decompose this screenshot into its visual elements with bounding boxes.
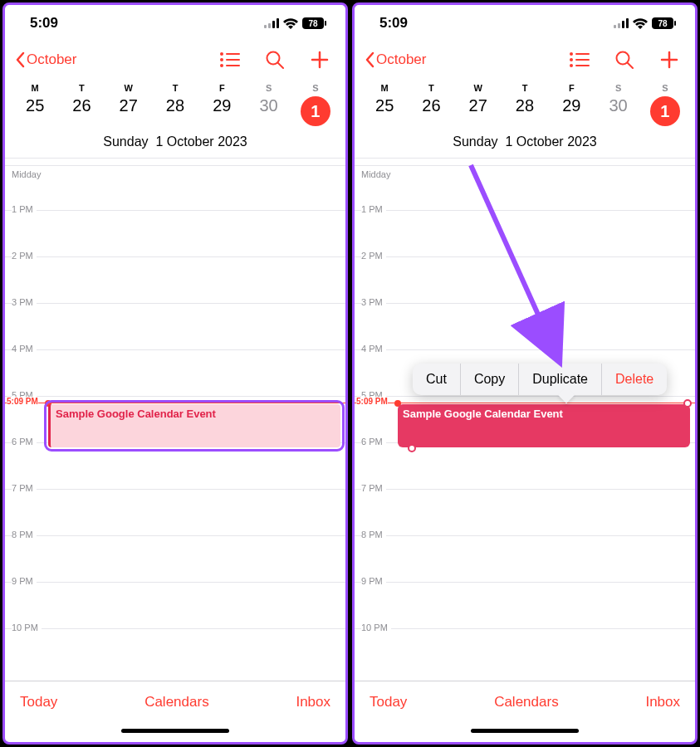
day-of-week-label: S xyxy=(245,83,291,93)
context-menu-delete[interactable]: Delete xyxy=(602,364,667,395)
date-cell[interactable]: 27 xyxy=(105,96,152,126)
home-indicator[interactable] xyxy=(355,722,695,742)
event-resize-handle-top[interactable] xyxy=(683,399,692,408)
day-of-week-label: W xyxy=(105,83,152,93)
svg-rect-0 xyxy=(264,25,267,28)
chevron-left-icon xyxy=(365,51,374,68)
phone-screenshot-left: 5:09 78 October xyxy=(2,2,348,745)
svg-point-30 xyxy=(617,52,629,65)
date-cell[interactable]: 26 xyxy=(58,96,105,126)
calendar-event-selected[interactable]: Sample Google Calendar Event xyxy=(398,404,690,447)
date-cell[interactable]: 1 xyxy=(292,96,339,126)
svg-rect-5 xyxy=(325,21,326,26)
full-date-label: Sunday 1 October 2023 xyxy=(5,131,345,158)
event-title: Sample Google Calendar Event xyxy=(403,408,563,420)
current-time-indicator: 5:09 PM xyxy=(5,403,345,403)
add-event-icon[interactable] xyxy=(658,49,680,71)
date-cell[interactable]: 26 xyxy=(408,96,454,126)
back-label: October xyxy=(27,51,76,68)
search-icon[interactable] xyxy=(264,49,286,71)
context-menu-duplicate[interactable]: Duplicate xyxy=(519,364,602,395)
svg-rect-25 xyxy=(575,53,590,55)
date-cell[interactable]: 29 xyxy=(198,96,245,126)
svg-point-28 xyxy=(570,64,573,67)
date-cell[interactable]: 25 xyxy=(361,96,408,126)
hour-row: 2 PM xyxy=(5,256,345,303)
week-day-header: MTWTFSS xyxy=(355,78,695,95)
context-menu: CutCopyDuplicateDelete xyxy=(413,364,667,395)
day-of-week-label: M xyxy=(361,83,408,93)
hour-label: Midday xyxy=(12,169,44,179)
nav-row: October xyxy=(5,42,345,78)
search-icon[interactable] xyxy=(614,49,635,71)
date-cell[interactable]: 28 xyxy=(152,96,198,126)
day-of-week-label: F xyxy=(198,83,245,93)
hour-row: 2 PM xyxy=(355,256,695,303)
svg-rect-22 xyxy=(674,21,676,26)
inbox-button[interactable]: Inbox xyxy=(296,694,330,710)
date-cell[interactable]: 25 xyxy=(12,96,58,126)
date-cell[interactable]: 1 xyxy=(642,96,688,126)
list-view-icon[interactable] xyxy=(219,49,241,71)
hour-row: 3 PM xyxy=(355,303,695,349)
week-date-row: 2526272829301 xyxy=(355,95,695,131)
hour-row: Midday xyxy=(355,165,695,212)
date-cell[interactable]: 30 xyxy=(595,96,641,126)
day-timeline[interactable]: 10 PM9 PM8 PM7 PM6 PM5 PM4 PM3 PM2 PM1 P… xyxy=(355,158,695,681)
svg-rect-1 xyxy=(268,23,271,28)
add-event-icon[interactable] xyxy=(309,49,330,71)
back-button[interactable]: October xyxy=(365,51,569,68)
back-label: October xyxy=(376,51,426,68)
svg-point-24 xyxy=(570,52,573,56)
day-of-week-label: T xyxy=(58,83,105,93)
wifi-icon xyxy=(633,18,648,29)
calendars-button[interactable]: Calendars xyxy=(494,694,559,710)
today-button[interactable]: Today xyxy=(20,694,57,710)
battery-icon: 78 xyxy=(302,17,327,29)
day-of-week-label: T xyxy=(502,83,548,93)
hour-row: 9 PM xyxy=(5,582,345,628)
svg-line-31 xyxy=(628,63,633,68)
status-time: 5:09 xyxy=(379,15,408,32)
svg-rect-29 xyxy=(575,65,590,66)
svg-rect-18 xyxy=(618,23,620,28)
date-cell[interactable]: 28 xyxy=(502,96,548,126)
context-menu-cut[interactable]: Cut xyxy=(413,364,461,395)
bottom-toolbar: Today Calendars Inbox xyxy=(5,681,345,722)
svg-line-14 xyxy=(278,63,283,68)
list-view-icon[interactable] xyxy=(569,49,590,71)
hour-row: 1 PM xyxy=(5,210,345,256)
day-timeline[interactable]: 10 PM9 PM8 PM7 PM6 PM5 PM4 PM3 PM2 PM1 P… xyxy=(5,158,345,681)
svg-rect-2 xyxy=(272,21,275,28)
today-button[interactable]: Today xyxy=(370,694,407,710)
hour-row: 7 PM xyxy=(5,489,345,535)
event-resize-handle-bottom[interactable] xyxy=(408,444,416,452)
home-indicator[interactable] xyxy=(5,722,345,742)
svg-rect-3 xyxy=(277,18,279,28)
svg-rect-19 xyxy=(622,21,624,28)
inbox-button[interactable]: Inbox xyxy=(645,694,680,710)
date-cell[interactable]: 29 xyxy=(548,96,595,126)
cellular-signal-icon xyxy=(264,18,279,28)
svg-rect-20 xyxy=(626,18,629,28)
date-cell[interactable]: 27 xyxy=(455,96,502,126)
hour-row: 7 PM xyxy=(355,489,695,535)
day-of-week-label: S xyxy=(595,83,641,93)
calendar-event[interactable]: Sample Google Calendar Event xyxy=(48,404,340,447)
calendars-button[interactable]: Calendars xyxy=(144,694,209,710)
context-menu-copy[interactable]: Copy xyxy=(461,364,519,395)
back-button[interactable]: October xyxy=(15,51,219,68)
svg-point-7 xyxy=(220,52,223,56)
svg-text:78: 78 xyxy=(658,19,668,28)
day-of-week-label: S xyxy=(292,83,339,93)
svg-rect-17 xyxy=(614,25,616,28)
svg-rect-10 xyxy=(226,59,240,61)
svg-point-26 xyxy=(570,58,573,61)
status-bar: 5:09 78 xyxy=(5,5,345,42)
day-of-week-label: W xyxy=(455,83,502,93)
svg-text:78: 78 xyxy=(308,19,318,28)
hour-row: 8 PM xyxy=(355,535,695,582)
date-cell[interactable]: 30 xyxy=(245,96,291,126)
wifi-icon xyxy=(283,18,298,29)
day-of-week-label: T xyxy=(408,83,454,93)
